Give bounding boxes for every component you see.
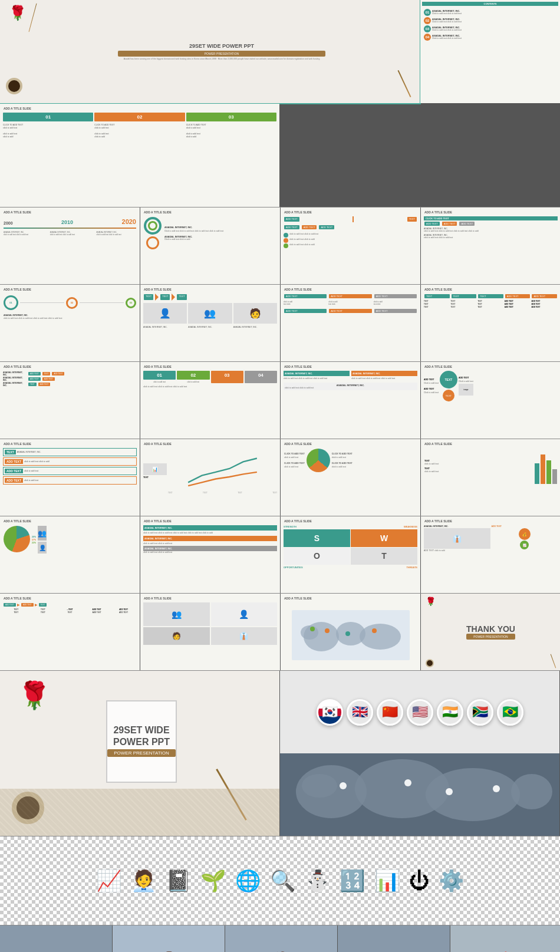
bordered-content: TEXT ASADAL INTERNET, INC. ADD TEXT clic…: [2, 447, 138, 486]
timeline-line: [4, 228, 136, 229]
textboxes-slide[interactable]: ADD A TITLE SLIDE ADD TEXT TEXT ADD TEXT…: [281, 207, 420, 284]
photo-man-globe: 🧑‍💼: [225, 925, 337, 952]
number-icon: 🔢: [340, 869, 365, 893]
circles-label: ADD A TITLE SLIDE: [142, 209, 278, 215]
team-photo-slide[interactable]: ADD A TITLE SLIDE 👥 👤 🧑 👔: [140, 594, 280, 670]
svg-point-3: [360, 624, 401, 650]
svg-point-7: [372, 628, 377, 633]
comparison-content: ASADAL INTERNET, INC. 👔 ADD TEXT click t…: [423, 524, 559, 554]
svg-point-15: [340, 782, 347, 789]
circles-right: ASADAL INTERNET, INC. Click to add text …: [164, 217, 276, 249]
bar-chart-content: TEXT click to add text TEXT click to add…: [423, 447, 559, 486]
slide-row-4: ADD A TITLE SLIDE ASADAL INTERNET, INC. …: [0, 362, 560, 439]
pie-people-slide[interactable]: ADD A TITLE SLIDE 20% 57% 23% 👥 👤: [0, 516, 140, 593]
thankyou-slide[interactable]: 🌹 THANK YOU POWER PRESENTATION: [421, 594, 560, 670]
slide-row-1: 🌹 29SET WIDE POWER PPT POWER PRESENTATIO…: [0, 0, 560, 207]
green-table-content: CLICK TO ADD TEXT ADD TEXT ADD TEXT ADD …: [423, 215, 559, 240]
num-labels: CLICK TO ADD TEXTclick to add text CLICK…: [2, 123, 278, 130]
people-grid: 👤 👥 🧑: [142, 302, 278, 325]
person-2: 👥: [188, 303, 232, 324]
num-grid-02: 02: [94, 113, 185, 121]
arrow-top: ADD TEXT ADD TEXT ADD TEXT: [282, 292, 419, 300]
green-table-slide[interactable]: ADD A TITLE SLIDE CLICK TO ADD TEXT ADD …: [421, 207, 560, 284]
donut-label: ADD A TITLE SLIDE: [282, 441, 419, 447]
slide-row-2: ADD A TITLE SLIDE 2000 2010 2020 ASADAL …: [0, 207, 560, 284]
title-grid-slide[interactable]: ADD A TITLE SLIDE 01 02 03 CLICK TO ADD …: [0, 104, 279, 207]
bar-chart-icon: 📊: [374, 869, 400, 893]
thankyou-rose: 🌹: [426, 597, 436, 606]
svg-point-16: [404, 779, 411, 786]
arrow-flow-slide[interactable]: ADD A TITLE SLIDE ADD TEXT ▶ ADD TEXT ▶ …: [0, 594, 140, 670]
comparison-label: ADD A TITLE SLIDE: [423, 518, 559, 524]
swot-matrix: S W O T: [284, 529, 417, 565]
timeline-slide[interactable]: ADD A TITLE SLIDE 2000 2010 2020 ASADAL …: [0, 207, 140, 284]
person-glasses-icon: 🧑‍💼: [131, 869, 157, 893]
num-grid-03: 03: [186, 113, 276, 121]
circles-content: ASADAL INTERNET, INC. Click to add text …: [142, 215, 278, 251]
pie-visual: [4, 526, 30, 552]
coffee-cup: [6, 78, 22, 94]
num-04: 04: [424, 34, 431, 41]
svg-point-12: [426, 768, 520, 821]
arrow-slide[interactable]: ADD A TITLE SLIDE ADD TEXT ADD TEXT ADD …: [281, 285, 420, 361]
company-info-slide[interactable]: ADD A TITLE SLIDE ASADAL INTERNET, INC. …: [140, 516, 280, 593]
bar-chart-slide[interactable]: ADD A TITLE SLIDE TEXT click to add text…: [421, 439, 560, 516]
textboxes-grid: ADD TEXT ADD TEXT ADD TEXT: [284, 225, 417, 230]
bubble-slide[interactable]: ADD A TITLE SLIDE ADD TEXT Click to add …: [421, 362, 560, 439]
cover-slide[interactable]: 🌹 29SET WIDE POWER PPT POWER PRESENTATIO…: [0, 0, 420, 103]
two-col-slide[interactable]: ADD A TITLE SLIDE ASADAL INTERNET, INC. …: [281, 362, 420, 439]
asset-row-large: 🌹 29SET WIDE POWER PPT POWER PRESENTATIO…: [0, 671, 560, 836]
timeline-label: ADD A TITLE SLIDE: [2, 209, 138, 215]
bubble-inner: ADD A TITLE SLIDE ADD TEXT Click to add …: [421, 362, 560, 439]
contents-item-1: 01 ASADAL INTERNET, INC. Click to add te…: [424, 9, 556, 16]
donut-visual: [307, 449, 330, 472]
donut-inner: ADD A TITLE SLIDE CLICK TO ADD TEXT clic…: [281, 439, 420, 516]
bubble-label: ADD A TITLE SLIDE: [423, 364, 559, 370]
photo-team: 👥: [0, 925, 112, 952]
staggered-label: ADD A TITLE SLIDE: [2, 364, 138, 370]
contents-slide[interactable]: CONTENTS 01 ASADAL INTERNET, INC. Click …: [420, 0, 560, 103]
text-table-slide[interactable]: ADD A TITLE SLIDE TEXT TEXT TEXT ADD TEX…: [421, 285, 560, 361]
person-1: 👤: [143, 303, 187, 324]
world-map-large: [280, 753, 559, 836]
line-chart-inner: ADD A TITLE SLIDE 📊 TEXT TEXTTEXTTEXTTEX…: [140, 439, 280, 516]
company-label: ADD A TITLE SLIDE: [142, 518, 278, 524]
people-slide[interactable]: ADD A TITLE SLIDE TEXT TEXT TEXT 👤 👥 🧑 A…: [140, 285, 280, 361]
world-map-inner: ADD A TITLE SLIDE: [281, 594, 420, 670]
num-grid-01: 01: [3, 113, 93, 121]
arrow-label: ADD A TITLE SLIDE: [282, 286, 419, 292]
num-grid-bottom: click to add textclick to add click to a…: [2, 131, 278, 139]
num-02: 02: [424, 17, 431, 24]
staggered-slide[interactable]: ADD A TITLE SLIDE ASADAL INTERNET, INC. …: [0, 362, 140, 439]
swot-slide[interactable]: ADD A TITLE SLIDE STRENGTH WEAKNESS S W …: [281, 516, 420, 593]
plant-icon: 🌱: [200, 869, 226, 893]
svg-point-14: [302, 774, 337, 798]
cover-subtitle: POWER PRESENTATION: [118, 51, 326, 57]
donut-chart-slide[interactable]: ADD A TITLE SLIDE CLICK TO ADD TEXT clic…: [281, 439, 420, 516]
svg-point-18: [493, 785, 500, 792]
bordered-list-slide[interactable]: ADD A TITLE SLIDE TEXT ASADAL INTERNET, …: [0, 439, 140, 516]
comparison-slide[interactable]: ADD A TITLE SLIDE ASADAL INTERNET, INC. …: [421, 516, 560, 593]
svg-point-4: [301, 625, 318, 640]
flag-china: 🇨🇳: [377, 699, 403, 726]
step-3: 03: [126, 298, 136, 308]
slide-row-5: ADD A TITLE SLIDE TEXT ASADAL INTERNET, …: [0, 439, 560, 516]
large-cover-asset: 🌹 29SET WIDE POWER PPT POWER PRESENTATIO…: [0, 671, 279, 836]
pen-decoration: [29, 4, 37, 32]
staggered-content: ASADAL INTERNET, INC. ADD TEXT TEXT ADD …: [2, 370, 138, 388]
numbered-slide[interactable]: ADD A TITLE SLIDE 01 click to add text 0…: [140, 362, 280, 439]
num-grid: 01 02 03: [2, 111, 278, 123]
line-chart-slide[interactable]: ADD A TITLE SLIDE 📊 TEXT TEXTTEXTTEXTTEX…: [140, 439, 280, 516]
circles-inner: ADD A TITLE SLIDE ASADAL INTERNET, INC. …: [140, 207, 280, 284]
svg-point-6: [345, 631, 350, 636]
thankyou-title: THANK YOU: [466, 624, 515, 634]
cover-text-area: 29SET WIDE POWER PPT POWER PRESENTATION …: [83, 37, 338, 67]
circles-left: [144, 217, 162, 249]
circles-slide[interactable]: ADD A TITLE SLIDE ASADAL INTERNET, INC. …: [140, 207, 280, 284]
process-slide[interactable]: ADD A TITLE SLIDE 01 02 03 ASADAL INTERN…: [0, 285, 140, 361]
contents-text-2: ASADAL INTERNET, INC. Click to add text …: [432, 18, 556, 24]
world-map-slide[interactable]: ADD A TITLE SLIDE: [281, 594, 420, 670]
pie-people-content: 20% 57% 23% 👥 👤: [2, 524, 138, 555]
numbered-inner: ADD A TITLE SLIDE 01 click to add text 0…: [140, 362, 280, 439]
company-inner: ADD A TITLE SLIDE ASADAL INTERNET, INC. …: [140, 516, 280, 593]
